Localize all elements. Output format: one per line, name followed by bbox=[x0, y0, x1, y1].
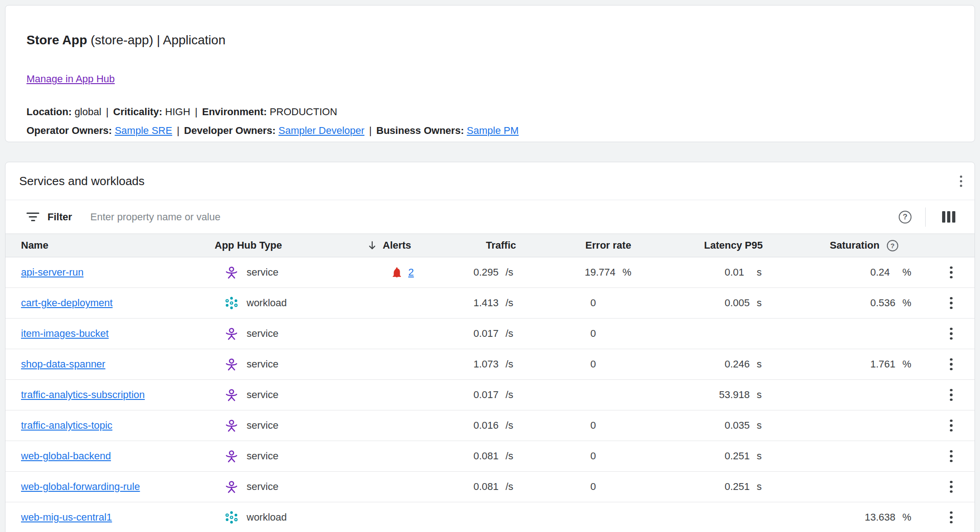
row-menu-button[interactable] bbox=[941, 354, 961, 374]
row-menu-button[interactable] bbox=[941, 477, 961, 497]
developer-owner-link[interactable]: Sampler Developer bbox=[279, 125, 364, 136]
row-menu-button[interactable] bbox=[941, 507, 961, 527]
type-label: service bbox=[247, 420, 279, 431]
alerts-cell bbox=[343, 502, 444, 532]
value-unit: /s bbox=[503, 389, 526, 401]
value-frac: .251 bbox=[730, 481, 754, 493]
business-owner-link[interactable]: Sample PM bbox=[467, 125, 519, 136]
latency-cell: 0.251s bbox=[654, 441, 786, 471]
error-cell bbox=[535, 502, 654, 532]
filter-bar: Filter ? bbox=[5, 200, 975, 234]
resource-name-link[interactable]: shop-data-spanner bbox=[21, 358, 105, 370]
app-hub-type-cell: service bbox=[202, 441, 343, 471]
alerts-cell bbox=[343, 410, 444, 441]
operator-owner-link[interactable]: Sample SRE bbox=[115, 125, 172, 136]
column-header-saturation[interactable]: Saturation ? bbox=[786, 239, 928, 251]
filter-input[interactable] bbox=[90, 211, 899, 223]
table-row: web-mig-us-central1workload13.638% bbox=[5, 502, 975, 532]
value-int: 0 bbox=[654, 358, 730, 370]
value-int: 0 bbox=[654, 420, 730, 431]
column-header-name[interactable]: Name bbox=[5, 239, 202, 251]
row-actions-cell bbox=[928, 319, 975, 349]
filter-label: Filter bbox=[47, 211, 72, 223]
row-menu-button[interactable] bbox=[941, 324, 961, 344]
column-header-alerts[interactable]: Alerts bbox=[343, 239, 444, 251]
type-label: workload bbox=[247, 297, 287, 309]
app-hub-type-cell: workload bbox=[202, 502, 343, 532]
app-hub-type-cell: service bbox=[202, 319, 343, 349]
column-header-app-hub-type[interactable]: App Hub Type bbox=[202, 239, 343, 251]
row-menu-button[interactable] bbox=[941, 293, 961, 313]
service-icon bbox=[224, 265, 239, 280]
row-menu-button[interactable] bbox=[941, 262, 961, 282]
name-cell: web-global-backend bbox=[5, 441, 202, 471]
value-int: 0 bbox=[535, 420, 596, 431]
traffic-cell: 0.081/s bbox=[444, 441, 535, 471]
saturation-cell: 0.24% bbox=[786, 257, 928, 287]
name-cell: shop-data-spanner bbox=[5, 349, 202, 379]
table-row: traffic-analytics-subscriptionservice0.0… bbox=[5, 380, 975, 410]
column-header-traffic[interactable]: Traffic bbox=[444, 239, 535, 251]
value-int: 0 bbox=[444, 420, 479, 431]
value-int: 0 bbox=[535, 297, 596, 309]
value-int: 0 bbox=[444, 481, 479, 493]
column-header-error-rate[interactable]: Error rate bbox=[535, 239, 654, 251]
value-unit: % bbox=[900, 297, 916, 309]
value-int: 1 bbox=[444, 358, 479, 370]
panel-menu-button[interactable] bbox=[951, 171, 971, 191]
value-int: 0 bbox=[444, 266, 479, 278]
value-unit: % bbox=[620, 266, 636, 278]
column-header-latency-p95[interactable]: Latency P95 bbox=[654, 239, 786, 251]
resource-name-link[interactable]: traffic-analytics-topic bbox=[21, 420, 112, 431]
separator: | bbox=[175, 125, 181, 136]
type-label: service bbox=[247, 266, 279, 278]
workload-icon bbox=[224, 510, 239, 525]
row-menu-button[interactable] bbox=[941, 385, 961, 405]
saturation-header-label: Saturation bbox=[830, 239, 880, 251]
saturation-cell: 13.638% bbox=[786, 502, 928, 532]
saturation-help-icon[interactable]: ? bbox=[887, 240, 898, 251]
value-frac: .24 bbox=[876, 266, 900, 278]
row-actions-cell bbox=[928, 349, 975, 379]
row-menu-button[interactable] bbox=[941, 415, 961, 436]
row-actions-cell bbox=[928, 380, 975, 410]
name-cell: web-global-forwarding-rule bbox=[5, 472, 202, 502]
divider bbox=[925, 207, 926, 227]
criticality-value: HIGH bbox=[165, 106, 190, 117]
alert-bell-icon bbox=[391, 266, 403, 278]
value-frac: .081 bbox=[479, 450, 503, 462]
value-int: 0 bbox=[535, 481, 596, 493]
value-unit: s bbox=[754, 450, 768, 462]
resource-name-link[interactable]: traffic-analytics-subscription bbox=[21, 389, 145, 401]
value-frac: .017 bbox=[479, 328, 503, 340]
filter-icon bbox=[26, 213, 40, 221]
alerts-cell: 2 bbox=[343, 257, 444, 287]
name-cell: item-images-bucket bbox=[5, 319, 202, 349]
value-unit: s bbox=[754, 358, 768, 370]
resource-name-link[interactable]: web-mig-us-central1 bbox=[21, 511, 112, 523]
error-cell: 0 bbox=[535, 319, 654, 349]
location-label: Location: bbox=[26, 106, 72, 117]
value-unit: % bbox=[900, 511, 916, 523]
workload-icon bbox=[224, 295, 239, 311]
value-int: 0 bbox=[535, 450, 596, 462]
filter-help-icon[interactable]: ? bbox=[899, 211, 912, 223]
type-label: service bbox=[247, 358, 279, 370]
alerts-cell bbox=[343, 319, 444, 349]
manage-app-hub-link[interactable]: Manage in App Hub bbox=[26, 73, 115, 85]
resource-name-link[interactable]: api-server-run bbox=[21, 266, 84, 278]
resource-name-link[interactable]: web-global-backend bbox=[21, 450, 111, 462]
table-row: api-server-runservice20.295/s19.774%0.01… bbox=[5, 257, 975, 288]
alert-count-link[interactable]: 2 bbox=[408, 266, 414, 278]
resource-name-link[interactable]: web-global-forwarding-rule bbox=[21, 481, 140, 493]
app-name: Store App bbox=[26, 33, 87, 47]
column-display-options-button[interactable] bbox=[939, 208, 958, 225]
resource-name-link[interactable]: item-images-bucket bbox=[21, 328, 109, 340]
value-frac: .035 bbox=[730, 420, 754, 431]
value-int: 13 bbox=[786, 511, 876, 523]
row-menu-button[interactable] bbox=[941, 446, 961, 466]
value-unit: /s bbox=[503, 450, 526, 462]
resource-name-link[interactable]: cart-gke-deployment bbox=[21, 297, 113, 309]
error-cell: 0 bbox=[535, 288, 654, 318]
app-hub-type-cell: service bbox=[202, 349, 343, 379]
